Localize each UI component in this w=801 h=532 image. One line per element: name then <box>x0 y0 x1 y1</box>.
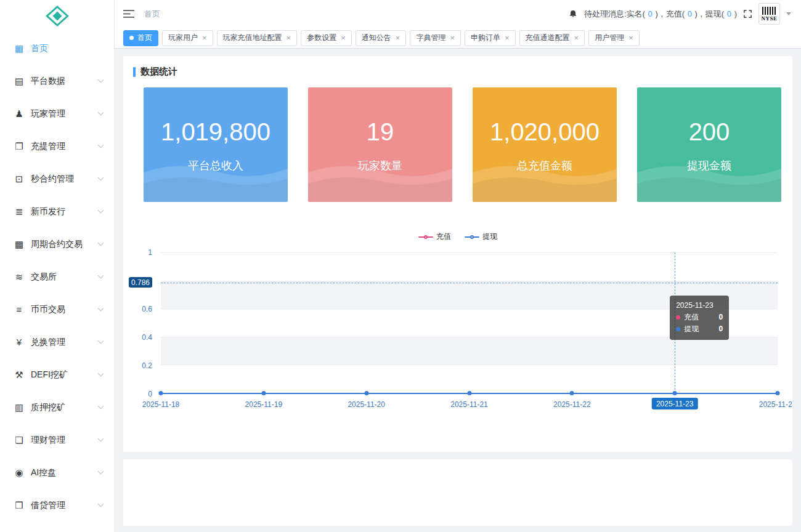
document-icon: ❏ <box>14 435 25 446</box>
sidebar-item-label: 玩家管理 <box>31 108 65 119</box>
sidebar-collapse-icon[interactable] <box>123 9 134 18</box>
axis-pointer-x-label: 2025-11-23 <box>652 398 698 409</box>
sidebar-item-swap-management[interactable]: ¥ 兑换管理 <box>0 326 114 358</box>
y-axis-labels: 1 0.8 0.6 0.4 0.2 0 0.786 <box>133 252 157 394</box>
tab-player-users[interactable]: 玩家用户 × <box>162 30 213 46</box>
sidebar-item-exchange[interactable]: ≋ 交易所 <box>0 260 114 293</box>
split-area-band <box>161 337 778 365</box>
tab-parameter-settings[interactable]: 参数设置 × <box>301 30 352 46</box>
sidebar-item-label: 首页 <box>31 43 48 54</box>
gridline <box>161 281 778 281</box>
sidebar-item-staking-mining[interactable]: ▥ 质押挖矿 <box>0 391 114 424</box>
tab-label: 充值通道配置 <box>526 33 570 43</box>
stat-cards: 1,019,800 平台总收入 19 玩家数量 1,02 <box>144 87 783 202</box>
sidebar-item-label: 秒合约管理 <box>31 174 74 185</box>
sidebar-item-wealth-management[interactable]: ❏ 理财管理 <box>0 424 114 456</box>
pending-messages: 待处理消息: 实名( 0 )， 充值( 0 )， 提现( 0 ) <box>584 9 737 20</box>
user-icon: ♟ <box>14 108 25 119</box>
list-icon: ≡ <box>14 304 25 315</box>
brand-logo[interactable] <box>0 0 114 32</box>
sidebar-item-period-contract[interactable]: ▩ 周期合约交易 <box>0 228 114 260</box>
sidebar-item-label: 借贷管理 <box>31 500 65 511</box>
tab-notice[interactable]: 通知公告 × <box>356 30 407 46</box>
sidebar-item-label: 兑换管理 <box>31 337 65 348</box>
bell-icon[interactable] <box>568 9 578 19</box>
pending-item-close: )， <box>653 9 666 18</box>
chevron-down-icon <box>98 469 104 475</box>
close-icon[interactable]: × <box>287 34 291 42</box>
pending-realname[interactable]: 实名( 0 )， <box>627 9 666 20</box>
data-point[interactable] <box>467 391 471 395</box>
avatar-barcode <box>762 7 776 15</box>
data-point[interactable] <box>673 391 677 395</box>
sidebar-item-coin-trade[interactable]: ≡ 币币交易 <box>0 293 114 326</box>
chart-tooltip: 2025-11-23 充值 0 提现 0 <box>670 296 729 340</box>
sidebar-item-deposit-withdraw[interactable]: ❐ 充提管理 <box>0 130 114 163</box>
sidebar-item-loan-management[interactable]: ❒ 借贷管理 <box>0 489 114 522</box>
close-icon[interactable]: × <box>574 34 579 42</box>
topbar: 首页 待处理消息: 实名( 0 )， 充值( 0 )， 提现( 0 ) <box>115 0 801 28</box>
close-icon[interactable]: × <box>450 34 455 42</box>
close-icon[interactable]: × <box>505 34 510 42</box>
stat-label: 提现金额 <box>637 158 781 173</box>
sidebar-item-announcement-management[interactable]: ▭ 公告管理 <box>0 522 114 532</box>
lines-card-icon: ≣ <box>14 206 25 217</box>
tab-player-recharge-address-config[interactable]: 玩家充值地址配置 × <box>217 30 298 46</box>
monitor-icon: ⊡ <box>14 174 25 185</box>
close-icon[interactable]: × <box>396 34 400 42</box>
tab-label: 参数设置 <box>307 33 336 43</box>
chevron-down-icon <box>98 371 104 377</box>
legend-item-recharge[interactable]: 充值 <box>418 232 451 242</box>
data-point[interactable] <box>261 391 266 395</box>
stat-value: 1,019,800 <box>144 118 288 146</box>
x-tick-label: 2025-11-18 <box>142 400 180 409</box>
data-point[interactable] <box>364 391 368 395</box>
avatar-brand-text: NYSE <box>759 15 779 22</box>
tooltip-title: 2025-11-23 <box>676 300 723 312</box>
sidebar-item-label: AI控盘 <box>31 467 56 478</box>
sidebar-item-defi-mining[interactable]: ⚒ DEFI挖矿 <box>0 358 114 391</box>
pending-withdraw[interactable]: 提现( 0 ) <box>705 9 737 20</box>
axis-pointer-y-label: 0.786 <box>129 277 152 288</box>
data-point[interactable] <box>159 391 163 395</box>
data-point[interactable] <box>776 391 780 395</box>
stat-label: 总充值金额 <box>473 158 617 173</box>
data-point[interactable] <box>570 391 574 395</box>
sidebar: ▦ 首页 ▤ 平台数据 ♟ 玩家管理 ❐ 充提管理 ⊡ 秒合约管理 ≣ 新币发行… <box>0 0 115 532</box>
close-icon[interactable]: × <box>341 34 346 42</box>
series-dot-icon <box>676 327 680 331</box>
x-tick-label: 2025-11-22 <box>553 400 591 409</box>
sidebar-item-second-contract[interactable]: ⊡ 秒合约管理 <box>0 163 114 195</box>
sidebar-item-ai-control[interactable]: ◉ AI控盘 <box>0 456 114 489</box>
sidebar-item-label: 新币发行 <box>31 206 65 217</box>
line-series-marker-icon <box>418 233 433 240</box>
sidebar-item-player-management[interactable]: ♟ 玩家管理 <box>0 97 114 130</box>
sidebar-item-new-coin-issue[interactable]: ≣ 新币发行 <box>0 195 114 228</box>
sidebar-item-home[interactable]: ▦ 首页 <box>0 32 114 65</box>
tab-home[interactable]: 首页 <box>123 30 158 46</box>
legend-item-withdraw[interactable]: 提现 <box>465 232 497 242</box>
tab-user-management[interactable]: 用户管理 × <box>588 30 640 46</box>
breadcrumb[interactable]: 首页 <box>144 9 160 20</box>
stat-value: 1,020,000 <box>473 118 617 146</box>
fullscreen-icon[interactable] <box>743 9 752 18</box>
tab-dictionary-management[interactable]: 字典管理 × <box>410 30 461 46</box>
tooltip-series-value: 0 <box>718 323 723 335</box>
y-tick-label: 1 <box>148 248 152 257</box>
tab-subscription-orders[interactable]: 申购订单 × <box>465 30 516 46</box>
chevron-down-icon <box>98 273 104 279</box>
caret-down-icon[interactable] <box>786 12 791 15</box>
sidebar-item-label: 充提管理 <box>31 141 65 152</box>
stat-card-total-revenue: 1,019,800 平台总收入 <box>144 87 288 202</box>
brand-logo-icon <box>45 6 70 26</box>
close-icon[interactable]: × <box>628 34 633 42</box>
tab-recharge-channel-config[interactable]: 充值通道配置 × <box>519 30 585 46</box>
chevron-down-icon <box>98 142 104 148</box>
pending-recharge[interactable]: 充值( 0 )， <box>666 9 705 20</box>
pending-label: 待处理消息: <box>584 9 627 20</box>
y-tick-label: 0.6 <box>142 305 152 313</box>
avatar[interactable]: NYSE <box>758 3 780 25</box>
sidebar-item-platform-data[interactable]: ▤ 平台数据 <box>0 65 114 97</box>
close-icon[interactable]: × <box>202 34 207 42</box>
pending-count: 0 <box>726 9 732 18</box>
